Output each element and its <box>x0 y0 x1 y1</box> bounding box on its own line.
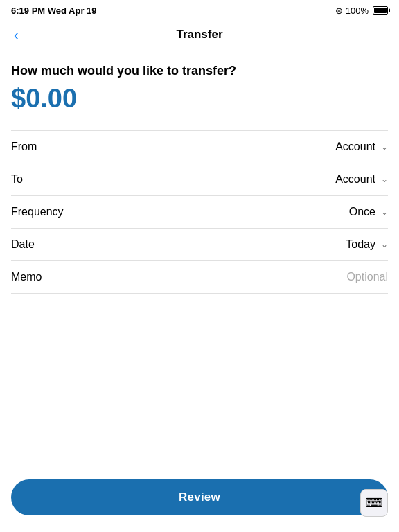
bottom-bar: Review <box>0 468 399 532</box>
back-button[interactable]: ‹ <box>11 24 21 46</box>
from-row[interactable]: From Account ⌄ <box>11 130 388 163</box>
amount-display[interactable]: $0.00 <box>11 84 388 114</box>
memo-row[interactable]: Memo Optional <box>11 261 388 294</box>
form-section: From Account ⌄ To Account ⌄ Frequency On… <box>11 130 388 294</box>
date-value: Today ⌄ <box>346 238 388 251</box>
date-label: Date <box>11 238 35 251</box>
from-label: From <box>11 141 37 153</box>
to-chevron-icon: ⌄ <box>381 175 388 184</box>
status-right: ⊛ 100% <box>335 6 388 16</box>
date-chevron-icon: ⌄ <box>381 240 388 249</box>
to-value: Account ⌄ <box>335 173 388 186</box>
frequency-label: Frequency <box>11 206 64 218</box>
main-content: How much would you like to transfer? $0.… <box>0 50 399 294</box>
status-time: 6:19 PM Wed Apr 19 <box>11 6 97 16</box>
from-chevron-icon: ⌄ <box>381 142 388 152</box>
chevron-left-icon: ‹ <box>14 27 19 43</box>
memo-label: Memo <box>11 271 42 283</box>
memo-optional-label: Optional <box>346 271 388 283</box>
keyboard-icon: ⌨ <box>365 495 383 511</box>
to-row[interactable]: To Account ⌄ <box>11 163 388 196</box>
frequency-row[interactable]: Frequency Once ⌄ <box>11 196 388 229</box>
nav-bar: ‹ Transfer <box>0 19 399 50</box>
wifi-icon: ⊛ 100% <box>335 6 369 16</box>
to-label: To <box>11 173 23 186</box>
frequency-value: Once ⌄ <box>349 206 388 218</box>
from-value: Account ⌄ <box>335 141 388 153</box>
keyboard-icon-button[interactable]: ⌨ <box>360 489 388 517</box>
question-label: How much would you like to transfer? <box>11 64 388 78</box>
battery-icon <box>373 6 388 15</box>
page-title: Transfer <box>176 28 222 42</box>
frequency-chevron-icon: ⌄ <box>381 207 388 217</box>
status-bar: 6:19 PM Wed Apr 19 ⊛ 100% <box>0 0 399 19</box>
review-button[interactable]: Review <box>11 479 388 515</box>
date-row[interactable]: Date Today ⌄ <box>11 229 388 261</box>
